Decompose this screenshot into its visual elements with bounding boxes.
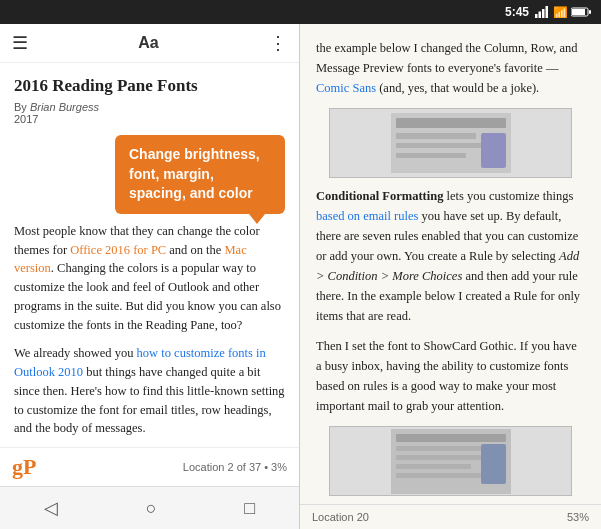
- right-location: Location 20: [312, 511, 369, 523]
- right-image-1-svg: [391, 113, 511, 173]
- byline-year: 2017: [14, 113, 38, 125]
- article-title: 2016 Reading Pane Fonts: [14, 75, 285, 97]
- back-button[interactable]: ◁: [24, 493, 78, 523]
- nav-bar: ◁ ○ □: [0, 486, 299, 529]
- font-size-button[interactable]: Aa: [138, 34, 158, 52]
- status-bar: 5:45 📶: [0, 0, 601, 24]
- comic-sans-link[interactable]: Comic Sans: [316, 81, 376, 95]
- wifi-icon: 📶: [553, 6, 567, 18]
- svg-rect-0: [535, 14, 538, 18]
- right-percent: 53%: [567, 511, 589, 523]
- article-body: Most people know that they can change th…: [14, 222, 285, 447]
- bottom-bar-left: gP Location 2 of 37 • 3%: [0, 447, 299, 486]
- svg-rect-9: [396, 118, 506, 128]
- email-rules-link[interactable]: based on email rules: [316, 209, 418, 223]
- signal-icon: [535, 6, 549, 18]
- right-paragraph-1: the example below I changed the Column, …: [316, 38, 585, 98]
- svg-rect-2: [542, 9, 545, 18]
- svg-rect-7: [589, 10, 591, 14]
- bottom-bar-right: Location 20 53%: [300, 504, 601, 529]
- left-panel: ☰ Aa ⋮ 2016 Reading Pane Fonts By Brian …: [0, 24, 300, 529]
- svg-rect-19: [396, 473, 486, 478]
- svg-rect-13: [481, 133, 506, 168]
- conditional-formatting-label: Conditional Formatting: [316, 189, 443, 203]
- top-bar: ☰ Aa ⋮: [0, 24, 299, 63]
- hamburger-icon[interactable]: ☰: [12, 32, 28, 54]
- paragraph-1: Most people know that they can change th…: [14, 222, 285, 335]
- paragraph-2: We already showed you how to customize f…: [14, 344, 285, 438]
- status-icons: 📶: [535, 6, 591, 18]
- svg-rect-3: [546, 6, 549, 18]
- right-image-2: [329, 426, 571, 496]
- brightness-tooltip: Change brightness, font, margin, spacing…: [115, 135, 285, 214]
- svg-rect-10: [396, 133, 476, 139]
- svg-text:📶: 📶: [553, 6, 567, 18]
- svg-rect-1: [539, 12, 542, 19]
- svg-rect-20: [481, 444, 506, 484]
- battery-icon: [571, 6, 591, 18]
- tooltip-text: Change brightness, font, margin, spacing…: [129, 146, 260, 201]
- svg-rect-12: [396, 153, 466, 158]
- recents-button[interactable]: □: [224, 494, 275, 523]
- byline-author: By Brian Burgess: [14, 101, 99, 113]
- article-content: 2016 Reading Pane Fonts By Brian Burgess…: [0, 63, 299, 447]
- svg-rect-6: [572, 9, 585, 15]
- right-content: the example below I changed the Column, …: [300, 24, 601, 504]
- article-byline: By Brian Burgess 2017: [14, 101, 285, 125]
- right-panel: the example below I changed the Column, …: [300, 24, 601, 529]
- overflow-menu-icon[interactable]: ⋮: [269, 32, 287, 54]
- outlook2010-link[interactable]: how to customize fonts in Outlook 2010: [14, 346, 266, 379]
- svg-rect-18: [396, 464, 471, 469]
- right-image-1: [329, 108, 571, 178]
- office-pc-link[interactable]: Office 2016 for PC: [70, 243, 166, 257]
- left-location: Location 2 of 37 • 3%: [183, 461, 287, 473]
- gp-logo: gP: [12, 454, 36, 480]
- svg-rect-15: [396, 434, 506, 442]
- svg-rect-16: [396, 446, 481, 451]
- right-paragraph-3: Then I set the font to ShowCard Gothic. …: [316, 336, 585, 416]
- status-time: 5:45: [505, 5, 529, 19]
- main-area: ☰ Aa ⋮ 2016 Reading Pane Fonts By Brian …: [0, 24, 601, 529]
- home-button[interactable]: ○: [126, 494, 177, 523]
- right-paragraph-2: Conditional Formatting lets you customiz…: [316, 186, 585, 326]
- right-image-2-svg: [391, 429, 511, 494]
